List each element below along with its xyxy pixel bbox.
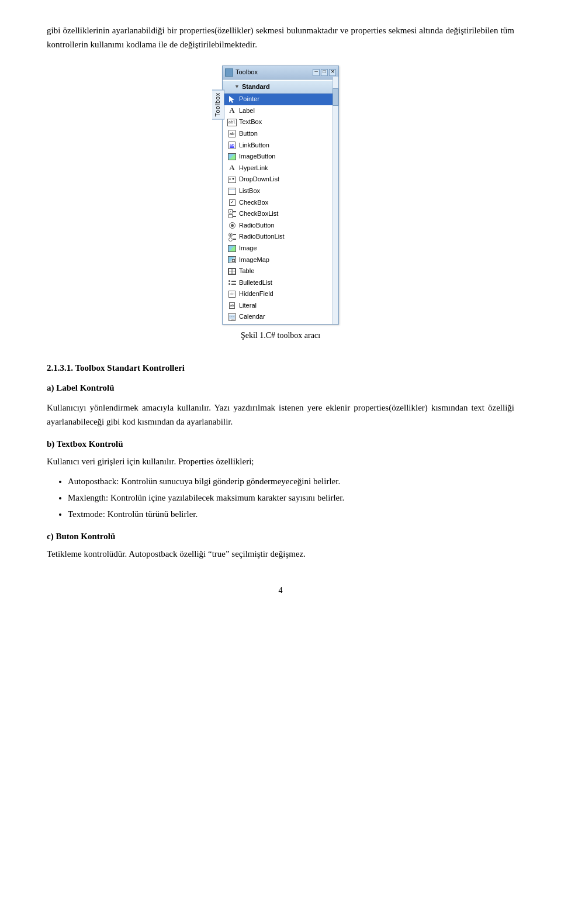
scrollbar-thumb[interactable]: [333, 88, 338, 106]
toolbox-item-imagebutton[interactable]: ImageButton: [223, 151, 338, 163]
section-number: 2.1.3.1.: [47, 363, 73, 373]
imagemap-icon: [227, 256, 237, 264]
toolbox-item-label-pointer: Pointer: [239, 94, 259, 105]
toolbox-item-label-linkbutton: LinkButton: [239, 140, 269, 151]
bulletedlist-icon: [227, 278, 237, 287]
toolbox-item-imagemap[interactable]: ImageMap: [223, 254, 338, 266]
pointer-icon: [227, 95, 237, 104]
toolbox-item-label-checkboxlist: CheckBoxList: [239, 209, 278, 219]
section-title-text: Toolbox Standart Kontrolleri: [75, 363, 185, 373]
toolbox-item-dropdownlist[interactable]: ≡▼ DropDownList: [223, 174, 338, 185]
toolbox-item-label-literal: Literal: [239, 301, 257, 311]
toolbox-item-textbox[interactable]: abl TextBox: [223, 116, 338, 128]
toolbox-window-icon: [225, 68, 233, 77]
toolbox-item-label-label: Label: [239, 106, 255, 116]
imagebutton-icon: [227, 153, 237, 161]
toolbox-item-label-checkbox: CheckBox: [239, 198, 268, 208]
section-label: Standard: [242, 82, 270, 92]
toolbox-image-container: Toolbox Toolbox ─ □ ✕ ▼ Standard: [47, 65, 514, 325]
subsection-b-heading: b) Textbox Kontrolü: [47, 437, 514, 451]
toolbox-item-checkbox[interactable]: ✓ CheckBox: [223, 197, 338, 209]
subsection-c-heading: c) Buton Kontrolü: [47, 529, 514, 543]
literal-icon: ab: [227, 302, 237, 310]
toolbox-item-label-bulletedlist: BulletedList: [239, 278, 272, 288]
toolbox-item-bulletedlist[interactable]: BulletedList: [223, 277, 338, 289]
toolbox-item-checkboxlist[interactable]: ✓ CheckBoxList: [223, 208, 338, 220]
minimize-button[interactable]: ─: [313, 69, 320, 76]
image-icon: [227, 244, 237, 253]
radiobutton-icon: [227, 222, 237, 230]
toolbox-item-label-listbox: ListBox: [239, 186, 260, 196]
figure-caption: Şekil 1.C# toolbox aracı: [47, 329, 514, 342]
toolbox-title-text: Toolbox: [236, 67, 258, 78]
subsection-c-text: Tetikleme kontrolüdür. Autopostback özel…: [47, 547, 514, 561]
subsection-a-text: Kullanıcıyı yönlendirmek amacıyla kullan…: [47, 401, 514, 429]
radiobuttonlist-icon: [227, 233, 237, 241]
button-icon: ab: [227, 130, 237, 138]
toolbox-body: ▼ Standard Pointer A Label: [223, 80, 338, 324]
calendar-icon: ▪ ▪ ▪ 1 2 3: [227, 313, 237, 321]
listbox-icon: [227, 187, 237, 195]
intro-paragraph: gibi özelliklerinin ayarlanabildiği bir …: [47, 23, 514, 51]
toolbox-item-label-dropdownlist: DropDownList: [239, 174, 279, 185]
linkbutton-icon: ab: [227, 141, 237, 149]
toolbox-item-image[interactable]: Image: [223, 243, 338, 254]
toolbox-item-label-imagebutton: ImageButton: [239, 151, 275, 162]
toolbox-item-label-hiddenfield: HiddenField: [239, 289, 273, 299]
toolbox-item-label-hyperlink: HyperLink: [239, 163, 268, 174]
toolbox-item-label-radiobutton: RadioButton: [239, 220, 275, 231]
close-button[interactable]: ✕: [329, 69, 336, 76]
toolbox-sidebar-tab: Toolbox: [212, 89, 224, 119]
hiddenfield-icon: abl: [227, 290, 237, 298]
toolbox-window: Toolbox Toolbox ─ □ ✕ ▼ Standard: [222, 65, 339, 325]
toolbox-item-table[interactable]: Table: [223, 266, 338, 277]
subsection-b-text: Kullanıcı veri girişleri için kullanılır…: [47, 454, 514, 468]
toolbox-item-pointer[interactable]: Pointer: [223, 94, 338, 105]
toolbox-item-radiobutton[interactable]: RadioButton: [223, 220, 338, 232]
label-icon: A: [227, 107, 237, 115]
toolbox-item-label-button: Button: [239, 129, 258, 139]
toolbox-titlebar: Toolbox ─ □ ✕: [223, 66, 338, 80]
toolbox-item-label-calendar: Calendar: [239, 312, 265, 322]
toolbox-item-label[interactable]: A Label: [223, 105, 338, 117]
svg-marker-0: [229, 96, 234, 103]
bullet-item-textmode: Textmode: Kontrolün türünü belirler.: [68, 507, 514, 521]
toolbox-item-button[interactable]: ab Button: [223, 128, 338, 140]
toolbox-item-label-radiobuttonlist: RadioButtonList: [239, 232, 285, 242]
toolbox-item-label-imagemap: ImageMap: [239, 255, 269, 266]
toolbox-item-linkbutton[interactable]: ab LinkButton: [223, 140, 338, 151]
toolbox-item-calendar[interactable]: ▪ ▪ ▪ 1 2 3 Calendar: [223, 311, 338, 323]
toolbox-section-standard[interactable]: ▼ Standard: [223, 81, 338, 94]
restore-button[interactable]: □: [321, 69, 328, 76]
toolbox-item-hyperlink[interactable]: A HyperLink: [223, 163, 338, 174]
page-number: 4: [47, 584, 514, 597]
toolbox-item-label-textbox: TextBox: [239, 117, 262, 127]
dropdownlist-icon: ≡▼: [227, 175, 237, 184]
toolbox-item-listbox[interactable]: ListBox: [223, 185, 338, 197]
checkbox-icon: ✓: [227, 198, 237, 206]
textbox-icon: abl: [227, 118, 237, 126]
table-icon: [227, 267, 237, 275]
toolbox-window-buttons: ─ □ ✕: [313, 69, 336, 76]
toolbox-title-left: Toolbox: [225, 67, 258, 78]
toolbox-scrollbar[interactable]: [333, 77, 338, 324]
bullet-item-autopostback: Autopostback: Kontrolün sunucuya bilgi g…: [68, 474, 514, 488]
toolbox-item-radiobuttonlist[interactable]: RadioButtonList: [223, 231, 338, 243]
hyperlink-icon: A: [227, 164, 237, 173]
bullet-item-maxlength: Maxlength: Kontrolün içine yazılabilecek…: [68, 491, 514, 505]
toolbox-item-label-table: Table: [239, 266, 254, 277]
subsection-a-label: a) Label Kontrolü: [47, 383, 115, 392]
subsection-b-bullets: Autopostback: Kontrolün sunucuya bilgi g…: [68, 474, 514, 521]
toolbox-item-label-image: Image: [239, 243, 257, 254]
section-heading: 2.1.3.1. Toolbox Standart Kontrolleri: [47, 361, 514, 375]
checkboxlist-icon: ✓: [227, 210, 237, 218]
toolbox-item-literal[interactable]: ab Literal: [223, 300, 338, 312]
section-collapse-arrow: ▼: [234, 82, 240, 91]
toolbox-item-hiddenfield[interactable]: abl HiddenField: [223, 288, 338, 300]
subsection-a-heading: a) Label Kontrolü: [47, 381, 514, 395]
